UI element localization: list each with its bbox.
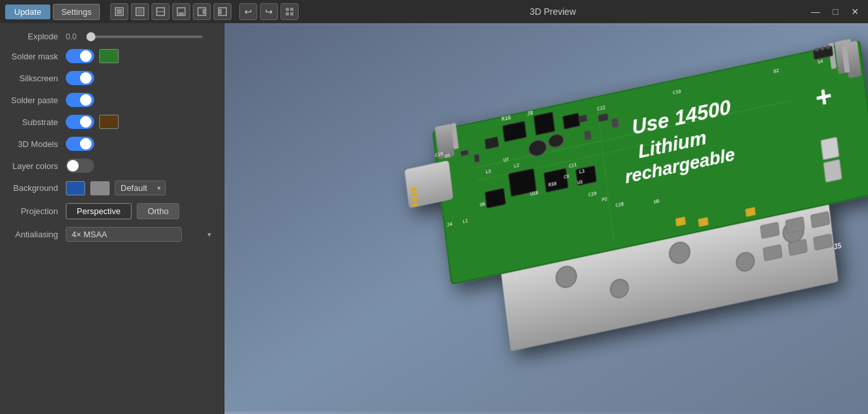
- bottom-view-button[interactable]: [172, 3, 190, 20]
- flip-x-button[interactable]: ↩: [239, 3, 257, 20]
- svg-text:U8: U8: [654, 199, 660, 205]
- svg-text:L3: L3: [486, 168, 491, 175]
- layer-colors-toggle[interactable]: [66, 159, 94, 173]
- svg-text:D2: D2: [773, 68, 779, 74]
- solder-paste-knob: [80, 94, 92, 106]
- svg-rect-15: [290, 12, 293, 15]
- svg-rect-58: [611, 118, 618, 128]
- solder-mask-label: Solder mask: [8, 52, 66, 61]
- left-view-button[interactable]: [213, 3, 232, 20]
- svg-rect-14: [286, 12, 289, 15]
- substrate-knob: [80, 116, 92, 128]
- solder-mask-row: Solder mask: [8, 47, 216, 65]
- substrate-row: Substrate: [8, 113, 216, 131]
- substrate-label: Substrate: [8, 117, 66, 127]
- layer-colors-knob: [67, 160, 79, 172]
- perspective-button[interactable]: Perspective: [66, 203, 132, 219]
- solder-paste-row: Solder paste: [8, 91, 216, 109]
- svg-rect-60: [584, 130, 591, 141]
- solder-mask-color[interactable]: [99, 49, 119, 63]
- svg-text:S4: S4: [817, 59, 823, 65]
- svg-text:J4: J4: [447, 222, 453, 228]
- svg-text:U3: U3: [577, 179, 583, 186]
- projection-label: Projection: [8, 206, 66, 216]
- substrate-color[interactable]: [99, 115, 119, 129]
- explode-label: Explode: [8, 32, 66, 41]
- models-3d-toggle[interactable]: [66, 137, 94, 151]
- 3d-viewport[interactable]: Use 14500 Lithium rechargeable +: [224, 23, 868, 414]
- main-area: Explode 0.0 Solder mask Silkscreen: [0, 23, 868, 414]
- svg-text:U6: U6: [480, 201, 486, 208]
- silkscreen-toggle[interactable]: [66, 71, 94, 85]
- titlebar-left: Update Settings ↩ ↪: [5, 3, 299, 20]
- svg-text:L2: L2: [513, 163, 519, 169]
- pcb-scene: Use 14500 Lithium rechargeable +: [224, 23, 868, 414]
- svg-rect-13: [290, 8, 293, 11]
- solder-mask-knob: [80, 50, 92, 62]
- models-3d-row: 3D Models: [8, 135, 216, 153]
- flip-y-button[interactable]: ↪: [260, 3, 278, 20]
- explode-slider[interactable]: [86, 35, 202, 38]
- svg-text:L1: L1: [462, 218, 468, 224]
- explode-thumb[interactable]: [86, 32, 95, 41]
- svg-rect-12: [286, 8, 289, 11]
- svg-rect-93: [821, 137, 839, 160]
- background-dropdown-wrapper: Default Custom Solid: [115, 181, 166, 195]
- background-color2[interactable]: [90, 181, 110, 195]
- svg-rect-48: [533, 112, 555, 135]
- close-button[interactable]: ✕: [847, 5, 863, 18]
- explode-row: Explode 0.0: [8, 30, 216, 43]
- update-button[interactable]: Update: [5, 5, 50, 19]
- svg-rect-94: [824, 159, 842, 182]
- antialiasing-label: Antialiasing: [8, 230, 66, 239]
- right-view-button[interactable]: [193, 3, 211, 20]
- models-3d-knob: [80, 138, 92, 150]
- back-view-button[interactable]: [131, 3, 149, 20]
- window-title: 3D Preview: [529, 6, 576, 17]
- window-controls: — □ ✕: [807, 5, 863, 18]
- grid-button[interactable]: [281, 3, 299, 20]
- svg-rect-1: [117, 9, 122, 14]
- svg-rect-3: [137, 9, 143, 14]
- svg-text:P2: P2: [602, 197, 607, 203]
- antialiasing-dropdown-wrapper: None 2× MSAA 4× MSAA 8× MSAA: [66, 227, 216, 242]
- antialiasing-row: Antialiasing None 2× MSAA 4× MSAA 8× MSA…: [8, 225, 216, 244]
- silkscreen-knob: [80, 72, 92, 84]
- minimize-button[interactable]: —: [807, 5, 824, 18]
- svg-rect-9: [202, 9, 205, 14]
- svg-text:C9: C9: [564, 173, 569, 180]
- models-3d-label: 3D Models: [8, 139, 66, 149]
- titlebar: Update Settings ↩ ↪ 3D Preview — □: [0, 0, 868, 23]
- sidebar: Explode 0.0 Solder mask Silkscreen: [0, 23, 224, 414]
- svg-rect-52: [544, 168, 568, 192]
- svg-rect-11: [219, 9, 222, 14]
- substrate-toggle[interactable]: [66, 115, 94, 129]
- background-label: Background: [8, 183, 66, 193]
- svg-rect-56: [474, 154, 480, 163]
- silkscreen-label: Silkscreen: [8, 74, 66, 83]
- svg-text:U5: U5: [444, 153, 450, 159]
- svg-rect-7: [179, 12, 184, 15]
- explode-value: 0.0: [66, 32, 81, 41]
- svg-text:L3: L3: [579, 168, 585, 175]
- svg-text:U7: U7: [503, 157, 509, 163]
- layer-colors-label: Layer colors: [8, 161, 66, 171]
- settings-button[interactable]: Settings: [53, 4, 100, 20]
- ortho-button[interactable]: Ortho: [137, 203, 180, 219]
- front-view-button[interactable]: [110, 3, 128, 20]
- layer-colors-row: Layer colors: [8, 157, 216, 175]
- maximize-button[interactable]: □: [829, 5, 842, 18]
- silkscreen-row: Silkscreen: [8, 69, 216, 87]
- solder-paste-label: Solder paste: [8, 95, 66, 105]
- background-row: Background Default Custom Solid: [8, 179, 216, 197]
- background-dropdown[interactable]: Default Custom Solid: [115, 181, 166, 195]
- antialiasing-select[interactable]: None 2× MSAA 4× MSAA 8× MSAA: [66, 227, 182, 242]
- solder-paste-toggle[interactable]: [66, 93, 94, 107]
- top-view-button[interactable]: [152, 3, 170, 20]
- background-color1[interactable]: [66, 181, 85, 195]
- solder-mask-toggle[interactable]: [66, 49, 94, 63]
- projection-row: Projection Perspective Ortho: [8, 201, 216, 221]
- svg-rect-59: [579, 115, 587, 123]
